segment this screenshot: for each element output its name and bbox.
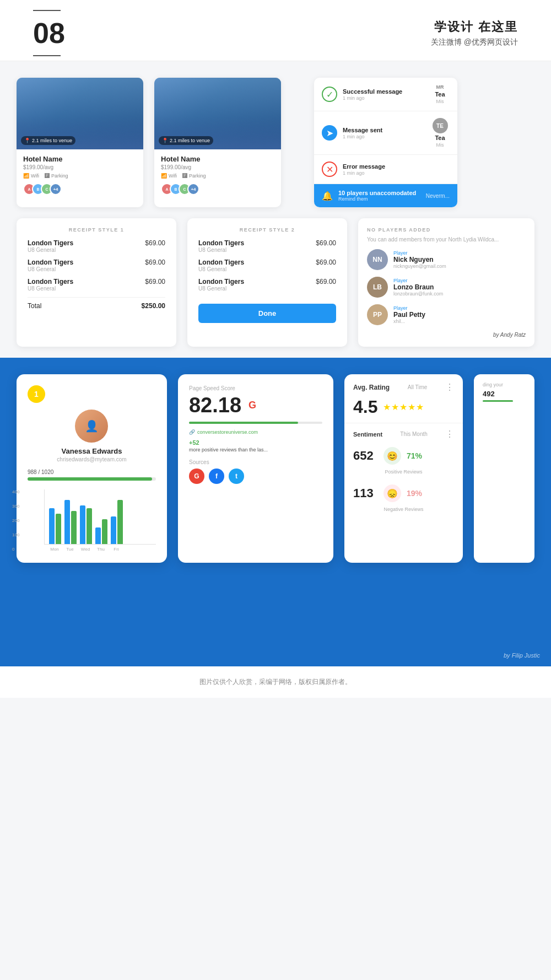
ps-positive-text: more positive reviews than the las... <box>189 447 322 453</box>
sentiment-title: Sentiment <box>353 431 382 438</box>
user-name: Vanessa Edwards <box>28 447 156 455</box>
avg-rating-title: Avg. Rating <box>353 384 390 391</box>
receipt-2-item-1-info: London Tigers U8 General <box>198 239 244 253</box>
player-1-role: Player <box>393 250 526 256</box>
receipt-2-item-2: London Tigers U8 General $69.00 <box>198 259 336 272</box>
negative-count: 113 <box>353 486 378 500</box>
players-empty-text: You can add members from your North Lydi… <box>367 236 526 244</box>
hotel-image-1: 📍 2.1 miles to venue <box>17 78 143 149</box>
google-icon: G <box>246 399 259 412</box>
notif-sent-avatar: TE <box>433 118 448 133</box>
bar-thu-blue <box>95 527 101 544</box>
hotel-cards-container: 📍 2.1 miles to venue Hotel Name $199.00/… <box>17 78 303 207</box>
bar-labels: Mon Tue Wed Thu Fri <box>44 547 156 552</box>
parking-icon-2: 🅿 <box>182 173 187 179</box>
sentiment-more-icon[interactable]: ⋮ <box>445 429 454 439</box>
source-twitter[interactable]: t <box>229 469 244 484</box>
action-bar[interactable]: 🔔 10 players unaccomodated Remind them N… <box>314 184 457 207</box>
players-header: NO PLAYERS ADDED <box>367 227 526 233</box>
source-google[interactable]: G <box>189 469 204 484</box>
user-avatar-large: 👤 <box>75 410 108 443</box>
player-1-avatar: NN <box>367 249 388 270</box>
hotel-location-1: 📍 2.1 miles to venue <box>21 136 75 145</box>
action-bar-subtitle: Remind them <box>338 196 416 202</box>
positive-emoji: 😊 <box>383 447 401 465</box>
receipt-1: RECEIPT STYLE 1 London Tigers U8 General… <box>17 218 176 347</box>
receipt-1-item-1: London Tigers U8 General $69.00 <box>28 239 165 253</box>
analytics-section: 1 👤 Vanessa Edwards chrisedwards@myteam.… <box>0 358 551 666</box>
bar-chart-wrapper: 400 300 200 100 0 <box>28 489 156 552</box>
wifi-icon: 📶 <box>23 173 29 179</box>
wifi-icon-2: 📶 <box>161 173 167 179</box>
notif-sent: ➤ Message sent 1 min ago TE Tea Mis <box>314 111 457 155</box>
parking-icon: 🅿 <box>45 173 50 179</box>
negative-pct: 19% <box>407 489 422 498</box>
snippet-value: 492 <box>483 390 526 398</box>
analytics-left-card: 1 👤 Vanessa Edwards chrisedwards@myteam.… <box>17 374 167 563</box>
player-2-email: lonzobraun@funk.com <box>393 291 526 297</box>
hotel-info-2: Hotel Name $199.00/avg 📶 Wifi 🅿 Parking … <box>154 149 281 201</box>
bar-fri-green <box>117 500 123 544</box>
tagline-title: 学设计 在这里 <box>431 19 518 35</box>
receipt-1-item-1-info: London Tigers U8 General <box>28 239 73 253</box>
y-axis-labels: 400 300 200 100 0 <box>12 489 19 552</box>
receipt-2-label: RECEIPT STYLE 2 <box>198 227 336 233</box>
page-number: 08 <box>33 17 65 50</box>
hotel-card-2: 📍 2.1 miles to venue Hotel Name $199.00/… <box>154 78 281 207</box>
avg-rating-row: 4.5 ★★★★★ <box>344 397 463 423</box>
bar-mon-blue <box>49 508 55 544</box>
players-panel: NO PLAYERS ADDED You can add members fro… <box>358 218 534 347</box>
notifications-panel: ✓ Successful message 1 min ago MR Tea Mi… <box>314 78 457 207</box>
sentiment-positive-row: 652 😊 71% <box>344 443 463 469</box>
link-icon: 🔗 <box>189 429 195 435</box>
location-pin-icon-2: 📍 <box>162 138 168 143</box>
action-dismiss[interactable]: Neverm... <box>426 193 450 199</box>
positive-label: Positive Reviews <box>353 469 454 475</box>
ps-bar-fill <box>189 422 298 424</box>
bar-group-tue <box>64 500 77 544</box>
player-1-email: nicknguyen@gmail.com <box>393 263 526 269</box>
notif-success-time: 1 min ago <box>343 95 425 101</box>
hotel-location-2: 📍 2.1 miles to venue <box>159 136 213 145</box>
hotel-amenities-1: 📶 Wifi 🅿 Parking <box>23 173 137 179</box>
notif-sent-time: 1 min ago <box>343 134 425 139</box>
ps-link[interactable]: 🔗 conversestoreuniverse.com <box>189 429 322 435</box>
player-3-email: xhil... <box>393 319 526 324</box>
notif-mr-label: MR <box>436 84 444 90</box>
more-options-icon[interactable]: ⋮ <box>445 382 454 392</box>
notif-mis-label-1: Mis <box>436 99 444 104</box>
source-facebook[interactable]: f <box>209 469 224 484</box>
sentiment-header: Sentiment This Month ⋮ <box>344 423 463 443</box>
reviews-panel: Avg. Rating All Time ⋮ 4.5 ★★★★★ Sentime… <box>344 374 463 563</box>
player-2: LB Player Lonzo Braun lonzobraun@funk.co… <box>367 277 526 298</box>
player-1-name: Nick Nguyen <box>393 256 526 263</box>
receipt-2-item-2-info: London Tigers U8 General <box>198 259 244 272</box>
sentiment-period: This Month <box>400 431 427 437</box>
ps-positive-val: +52 <box>189 439 322 446</box>
hotel-name-2: Hotel Name <box>161 155 274 163</box>
wifi-amenity: 📶 Wifi <box>23 173 39 179</box>
page-tagline: 学设计 在这里 关注微博 @优秀网页设计 <box>431 19 518 47</box>
done-button[interactable]: Done <box>198 304 336 323</box>
negative-label-row: Negative Reviews <box>344 507 463 518</box>
sentiment-negative-row: 113 😞 19% <box>344 480 463 507</box>
wifi-amenity-2: 📶 Wifi <box>161 173 177 179</box>
receipt-1-item-3: London Tigers U8 General $69.00 <box>28 278 165 292</box>
footer: 图片仅供个人欣赏，采编于网络，版权归属原作者。 <box>0 666 551 698</box>
bar-group-thu <box>95 519 107 544</box>
by-andy-ratz: by Andy Ratz <box>367 332 526 338</box>
notif-mis-label-2: Mis <box>436 142 444 148</box>
parking-amenity-2: 🅿 Parking <box>182 173 206 179</box>
section-receipts-players: RECEIPT STYLE 1 London Tigers U8 General… <box>0 218 551 358</box>
bar-group-fri <box>111 500 123 544</box>
hotel-price-2: $199.00/avg <box>161 164 274 170</box>
bar-tue-green <box>71 511 77 544</box>
notif-error-time: 1 min ago <box>343 170 450 176</box>
page-header: 08 学设计 在这里 关注微博 @优秀网页设计 <box>0 0 551 61</box>
avatar-2-more: +4 <box>187 183 199 195</box>
receipt-2-item-3: London Tigers U8 General $69.00 <box>198 278 336 292</box>
positive-label-row: Positive Reviews <box>344 469 463 480</box>
notif-sent-avatar-col: TE Tea Mis <box>430 118 450 148</box>
receipt-2: RECEIPT STYLE 2 London Tigers U8 General… <box>187 218 347 347</box>
ps-sources: G f t <box>189 469 322 484</box>
